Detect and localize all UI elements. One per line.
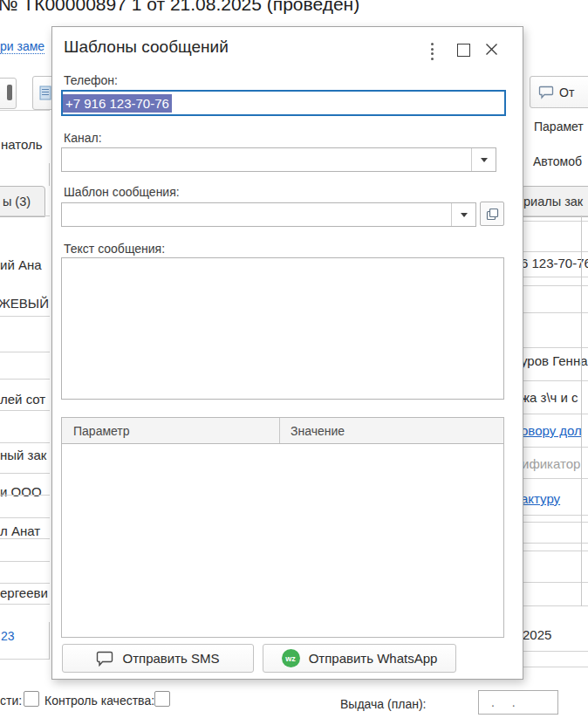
toolbar-icon [7,85,12,100]
chat-bubble-icon [538,85,554,99]
bg-checkbox-1[interactable] [24,691,39,707]
divider-line [0,495,50,496]
message-text-area[interactable] [61,257,504,400]
divider-line [0,538,50,539]
divider-line [0,442,50,443]
bg-toolbar-button-left[interactable] [0,78,17,109]
column-header-value: Значение [280,418,503,443]
template-open-button[interactable] [480,202,504,226]
template-label: Шаблон сообщения: [64,185,180,199]
bg-frag-order: ный зак [0,448,46,462]
bg-link-23[interactable]: 23 [1,629,15,643]
send-whatsapp-button[interactable]: wz Отправить WhatsApp [263,644,456,673]
divider-line [521,515,588,516]
divider-line [0,410,50,411]
dialog-title: Шаблоны сообщений [64,38,229,57]
bg-frag-automobile: Автомоб [533,154,582,168]
bg-frag-anatol: натоль [1,137,43,152]
bg-frag-identifier-placeholder: ификатор [522,456,580,471]
bg-issue-plan-date-input[interactable]: . . [478,690,558,715]
divider-line [521,582,588,583]
channel-value [62,148,471,171]
divider-line [521,215,588,216]
bg-send-button[interactable]: От [530,76,588,108]
divider-line [521,605,588,606]
bg-frag-ooo: и ООО [0,484,42,499]
divider-line [521,277,588,277]
channel-label: Канал: [64,131,102,145]
bg-frag-manager: уров Генна [521,353,588,368]
sms-bubble-icon [96,651,113,667]
bg-link-invoice[interactable]: актуру [521,491,560,506]
divider-line [49,163,50,186]
template-value [62,203,451,226]
bg-frag-name2: л Анат [0,523,40,538]
divider-line [521,667,588,667]
bg-quality-control-label: Контроль качества: [44,694,154,708]
close-icon[interactable] [485,43,498,59]
column-header-parameter: Параметр [62,418,291,443]
tab-label: риалы зак [523,195,583,209]
channel-dropdown-button[interactable] [471,148,496,171]
phone-input[interactable]: +7 916 123-70-76 [61,90,506,116]
screen: № ТК00000897 1 от 21.08.2025 (проведен) … [0,0,588,725]
divider-line [0,561,50,562]
message-text-label: Текст сообщения: [64,242,165,256]
divider-line [0,352,50,352]
open-list-icon [486,208,499,221]
bg-tab-materials[interactable]: риалы зак [521,186,588,217]
divider-line [0,316,50,317]
bg-frag-employees: лей сот [0,392,45,407]
channel-select[interactable] [61,147,496,172]
divider-line [521,221,588,222]
document-title: № ТК00000897 1 от 21.08.2025 (проведен) [0,0,359,15]
document-icon [39,85,51,100]
template-dropdown-button[interactable] [451,203,475,226]
divider-line [521,285,588,286]
divider-line [49,622,50,660]
divider-line [521,651,588,652]
phone-selected-text: +7 916 123-70-76 [63,94,172,113]
bg-frag-patronymic: ергееви [0,585,48,600]
bg-frag-parameters: Парамет [534,120,584,133]
divider-line [521,347,588,348]
divider-line [521,414,588,414]
parameters-table[interactable]: Параметр Значение [61,417,504,638]
divider-line [521,380,588,381]
template-select[interactable] [61,202,476,227]
whatsapp-icon: wz [282,649,300,667]
maximize-icon[interactable] [457,44,470,57]
bg-frag-parts: жа з\ч и с [521,390,578,405]
divider-line [521,522,588,523]
chevron-down-icon [461,213,468,217]
parameters-table-header: Параметр Значение [62,418,503,444]
divider-line [521,551,588,551]
bg-link-contract[interactable]: овору дол [521,423,582,438]
divider-line [0,110,50,111]
bg-frag-sti-label: сти: [0,694,22,708]
divider-line [0,659,49,660]
bg-frag-color: ЖЕВЫЙ [0,296,49,311]
bg-frag-year: 2025 [523,627,551,642]
bg-checkbox-quality[interactable] [154,691,170,707]
divider-line [0,604,50,605]
bg-issue-plan-label: Выдача (план): [340,697,427,711]
divider-line [0,473,50,474]
send-sms-button[interactable]: Отправить SMS [62,644,254,673]
divider-line [0,379,50,380]
divider-line [0,517,50,518]
more-actions-icon[interactable] [431,43,434,60]
button-label: От [559,85,574,99]
phone-label: Телефон: [64,73,118,87]
button-label: Отправить WhatsApp [309,651,438,666]
divider-line [521,251,588,252]
divider-line [0,215,50,216]
chevron-down-icon [481,158,488,162]
message-templates-dialog: Шаблоны сообщений Телефон: +7 916 123-70… [51,26,523,680]
divider-line [521,447,588,448]
bg-frag-phone: 6 123-70-76 [521,256,588,270]
bg-tab-count[interactable]: ы (3) [0,186,45,217]
divider-line [521,478,588,479]
bg-link-notes[interactable]: ри заме [0,39,44,54]
divider-line [521,543,588,544]
